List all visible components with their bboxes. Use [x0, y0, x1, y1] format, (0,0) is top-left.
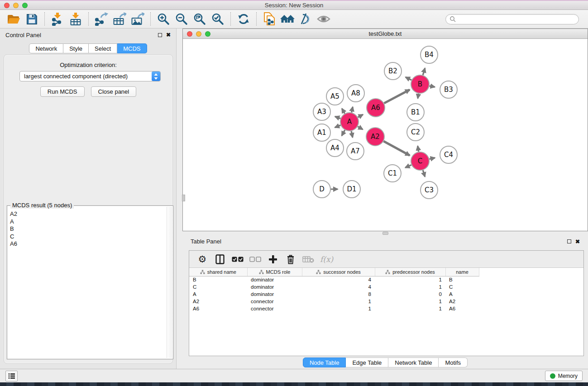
graph-node-D[interactable]: D [313, 181, 330, 198]
split-divider-handle[interactable] [182, 195, 185, 201]
zoom-out-icon[interactable] [172, 11, 191, 27]
show-columns-icon[interactable] [214, 253, 226, 266]
mcds-result-item[interactable]: A6 [8, 240, 167, 248]
mcds-result-scrollbar[interactable] [167, 207, 172, 358]
tab-motifs[interactable]: Motifs [439, 357, 468, 367]
graph-node-A6[interactable]: A6 [367, 99, 385, 117]
table-header-row[interactable]: shared nameMCDS rolesuccessor nodesprede… [189, 268, 583, 276]
table-cell[interactable]: 4 [302, 276, 375, 283]
float-panel-icon[interactable] [158, 33, 162, 37]
open-file-icon[interactable] [5, 11, 23, 27]
table-cell[interactable]: 1 [375, 298, 445, 305]
table-cell[interactable]: 1 [375, 276, 445, 283]
mcds-result-list[interactable]: A2ABCA6 [8, 210, 167, 358]
table-cell[interactable]: A2 [189, 298, 247, 305]
column-header-name[interactable]: name [445, 268, 479, 276]
memory-button[interactable]: Memory [545, 371, 583, 381]
split-divider-handle[interactable] [382, 232, 388, 235]
graph-node-B1[interactable]: B1 [407, 104, 424, 121]
create-column-plus-icon[interactable] [267, 253, 279, 266]
table-cell[interactable]: A6 [189, 305, 247, 312]
graph-node-D1[interactable]: D1 [343, 181, 360, 198]
table-cell[interactable]: 1 [375, 305, 445, 312]
table-cell[interactable]: B [445, 276, 479, 283]
tab-style[interactable]: Style [63, 43, 89, 53]
table-row[interactable]: A6connector11A6 [189, 305, 583, 312]
table-cell[interactable]: A6 [445, 305, 479, 312]
table-cell[interactable]: dominator [247, 291, 302, 298]
table-cell[interactable]: 4 [302, 283, 375, 291]
table-settings-gear-icon[interactable]: ⚙ [196, 253, 208, 266]
import-table-icon[interactable] [67, 11, 85, 27]
table-cell[interactable]: 0 [375, 291, 445, 298]
close-table-panel-icon[interactable]: ✖ [575, 239, 580, 244]
table-cell[interactable]: dominator [247, 283, 302, 291]
graph-node-C1[interactable]: C1 [384, 165, 401, 182]
network-window-titlebar[interactable]: testGlobe.txt [183, 29, 588, 39]
table-cell[interactable]: A2 [445, 298, 479, 305]
tab-node-table[interactable]: Node Table [303, 357, 346, 367]
table-cell[interactable]: A [445, 291, 479, 298]
import-network-icon[interactable] [48, 11, 67, 27]
table-cell[interactable]: connector [247, 305, 302, 312]
delete-trash-icon[interactable] [285, 253, 296, 266]
table-cell[interactable]: connector [247, 298, 302, 305]
table-cell[interactable]: B [189, 276, 247, 283]
export-image-icon[interactable] [129, 11, 147, 27]
table-row[interactable]: Adominator80A [189, 291, 583, 298]
float-table-panel-icon[interactable] [567, 239, 571, 243]
table-cell[interactable]: 1 [375, 283, 445, 291]
zoom-in-icon[interactable] [154, 11, 172, 27]
tab-mcds[interactable]: MCDS [117, 43, 147, 53]
zoom-fit-icon[interactable] [191, 11, 209, 27]
deselect-all-checkboxes-icon[interactable] [249, 253, 261, 266]
graph-node-C[interactable]: C [411, 152, 429, 170]
table-row[interactable]: A2connector11A2 [189, 298, 583, 305]
tab-edge-table[interactable]: Edge Table [346, 357, 388, 367]
criterion-dropdown[interactable]: largest connected component (directed) [19, 71, 161, 81]
run-mcds-button[interactable]: Run MCDS [40, 86, 85, 97]
table-cell[interactable]: 8 [302, 291, 375, 298]
export-network-icon[interactable] [92, 11, 110, 27]
home-icon[interactable] [278, 11, 296, 27]
zoom-selected-icon[interactable] [209, 11, 227, 27]
column-header-successor-nodes[interactable]: successor nodes [302, 268, 375, 276]
export-table-icon[interactable] [110, 11, 129, 27]
tab-network-table[interactable]: Network Table [388, 357, 439, 367]
graph-node-A2[interactable]: A2 [366, 128, 384, 146]
table-row[interactable]: Cdominator41C [189, 283, 583, 291]
table-cell[interactable]: 1 [302, 298, 375, 305]
table-cell[interactable]: C [445, 283, 479, 291]
tab-select[interactable]: Select [89, 43, 117, 53]
mcds-result-item[interactable]: A [8, 218, 167, 226]
eye-icon[interactable] [315, 11, 333, 27]
graph-node-A1[interactable]: A1 [313, 124, 330, 141]
graph-node-C2[interactable]: C2 [407, 124, 424, 141]
graph-node-A8[interactable]: A8 [347, 85, 364, 102]
table-row[interactable]: Bdominator41B [189, 276, 583, 283]
refresh-icon[interactable] [234, 11, 253, 27]
column-header-predecessor-nodes[interactable]: predecessor nodes [375, 268, 445, 276]
clone-network-icon[interactable] [260, 11, 278, 27]
task-history-button[interactable] [5, 371, 18, 381]
graph-node-C3[interactable]: C3 [421, 181, 438, 199]
column-header-shared-name[interactable]: shared name [189, 268, 247, 276]
close-panel-button[interactable]: Close panel [91, 86, 137, 97]
graph-node-A7[interactable]: A7 [347, 143, 364, 160]
close-panel-icon[interactable]: ✖ [166, 33, 171, 37]
mcds-result-item[interactable]: A2 [8, 210, 167, 218]
graph-node-A3[interactable]: A3 [313, 103, 330, 120]
table-cell[interactable]: 1 [302, 305, 375, 312]
graph-node-C4[interactable]: C4 [440, 146, 457, 163]
search-input[interactable] [458, 15, 575, 23]
graph-node-A4[interactable]: A4 [326, 139, 344, 157]
graph-node-A[interactable]: A [340, 113, 359, 131]
graph-node-B4[interactable]: B4 [421, 46, 438, 63]
graph-node-A5[interactable]: A5 [326, 88, 344, 105]
graph-node-B2[interactable]: B2 [384, 62, 402, 80]
table-cell[interactable]: A [189, 291, 247, 298]
select-all-checkboxes-icon[interactable] [232, 253, 244, 266]
search-box[interactable] [445, 14, 579, 24]
table-cell[interactable]: dominator [247, 276, 302, 283]
graphics-details-icon[interactable] [296, 11, 315, 27]
